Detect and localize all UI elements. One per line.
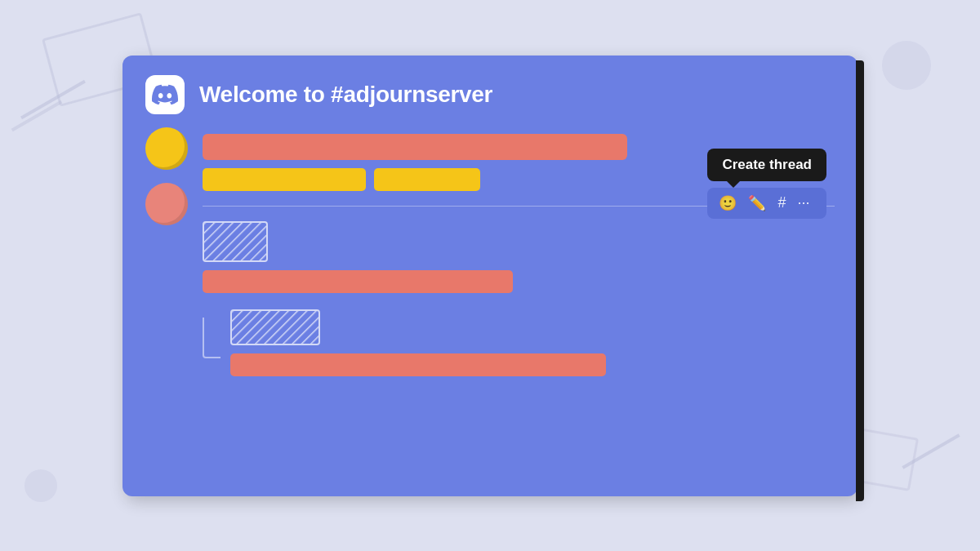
- page-title: Welcome to #adjournserver: [199, 82, 492, 108]
- emoji-icon[interactable]: 🙂: [719, 194, 737, 212]
- messages-area: Create thread 🙂 ✏️ # ···: [203, 134, 835, 376]
- create-thread-tooltip: Create thread: [707, 149, 826, 181]
- reply-block: [203, 309, 835, 376]
- message-text-bar-1: [203, 134, 627, 160]
- window-content: Create thread 🙂 ✏️ # ···: [122, 127, 858, 393]
- bg-stroke-3: [902, 433, 960, 469]
- discord-logo: [145, 75, 185, 114]
- bg-dot-top-right: [882, 41, 931, 90]
- bg-dot-bottom-left: [24, 469, 57, 502]
- reply-hatched-box: [230, 309, 320, 345]
- message-block-2: [203, 221, 835, 293]
- reply-line: [203, 318, 220, 358]
- bg-stroke-2: [11, 100, 63, 131]
- thread-icon[interactable]: #: [777, 194, 786, 211]
- edit-icon[interactable]: ✏️: [748, 194, 766, 212]
- reply-content: [230, 309, 606, 376]
- hatched-avatar-box: [203, 221, 268, 262]
- more-options-icon[interactable]: ···: [797, 194, 809, 211]
- reply-text-bar: [230, 353, 606, 376]
- bg-stroke-1: [20, 80, 86, 119]
- message-text-bar-2: [203, 270, 513, 293]
- message-tag-1: [203, 168, 366, 191]
- sidebar-avatars: [145, 127, 188, 225]
- svg-rect-1: [204, 223, 266, 260]
- tooltip-container: Create thread 🙂 ✏️ # ···: [707, 149, 826, 219]
- svg-rect-3: [232, 311, 318, 344]
- window-header: Welcome to #adjournserver: [122, 56, 858, 127]
- divider-area: Create thread 🙂 ✏️ # ···: [203, 206, 835, 207]
- avatar-pink: [145, 183, 188, 225]
- avatar-yellow: [145, 127, 188, 170]
- message-action-bar[interactable]: 🙂 ✏️ # ···: [707, 188, 826, 219]
- message-tag-2: [374, 168, 480, 191]
- discord-window: Welcome to #adjournserver: [122, 56, 858, 496]
